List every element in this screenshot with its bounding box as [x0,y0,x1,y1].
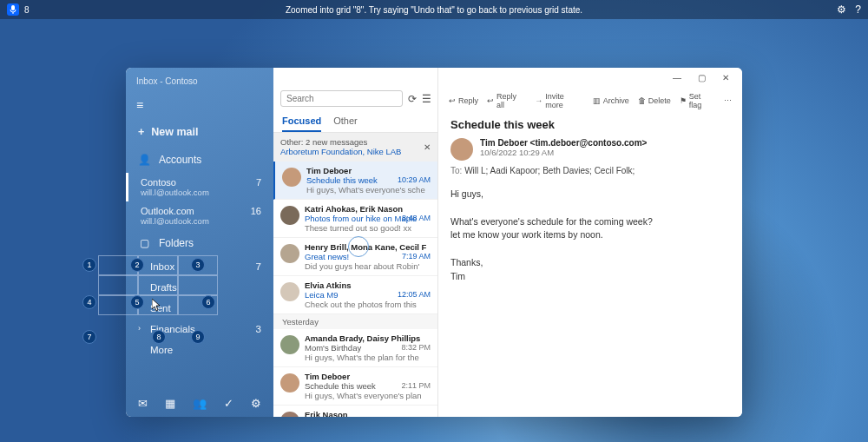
inbox-tabs: Focused Other [273,112,437,133]
voice-access-bar: 8 Zoomed into grid "8". Try saying "Undo… [0,0,868,19]
avatar [280,206,299,225]
mail-window: Inbox - Contoso ≡ + New mail 👤 Accounts … [126,68,742,417]
dismiss-icon[interactable]: ✕ [424,142,431,152]
archive-button[interactable]: ▥Archive [593,92,629,109]
account-contoso[interactable]: Contoso7 will.l@outlook.com [126,173,273,201]
accounts-header[interactable]: 👤 Accounts [126,147,273,173]
recipients: To: Will L; Aadi Kapoor; Beth Davies; Ce… [438,166,742,182]
grid-number: 9 [191,330,205,344]
new-mail-label: New mail [151,126,198,138]
forward-icon: → [535,96,542,105]
account-outlook[interactable]: Outlook.com16 will.l@outlook.com [126,201,273,230]
svg-rect-0 [11,5,15,10]
avatar [280,244,299,263]
other-banner[interactable]: Other: 2 new messages Arboretum Foundati… [273,133,437,162]
reply-icon: ↩ [449,96,456,105]
settings-icon[interactable]: ⚙ [837,3,846,16]
avatar [280,412,299,417]
window-titlebar: — ▢ ✕ [126,68,742,87]
folder-sent[interactable]: Sent [126,298,273,319]
message-item[interactable]: Tim DeboerSchedule this weekHi guys, Wha… [273,162,437,200]
invite-button[interactable]: →Invite more [535,92,583,109]
message-item[interactable]: Tim DeboerSchedule this weekHi guys, Wha… [273,367,437,406]
settings-gear-icon[interactable]: ⚙ [251,397,261,410]
reply-all-button[interactable]: ↩Reply all [487,92,526,109]
mic-icon[interactable] [7,3,19,16]
reading-pane: ↩Reply ↩Reply all →Invite more ▥Archive … [438,68,742,417]
more-actions[interactable]: ⋯ [724,92,732,109]
grid-number: 5 [130,295,144,309]
refresh-icon[interactable]: ⟳ [408,93,417,105]
grid-number: 3 [191,258,205,272]
minimize-button[interactable]: — [667,73,687,82]
tab-other[interactable]: Other [333,115,358,132]
new-mail-button[interactable]: + New mail [126,117,273,147]
grid-number: 8 [152,330,166,344]
message-item[interactable]: Katri Ahokas, Erik NasonPhotos from our … [273,200,437,238]
hamburger-icon[interactable]: ≡ [126,93,273,117]
flag-icon: ⚑ [680,96,687,105]
trash-icon: 🗑 [638,96,646,105]
plus-icon: + [138,126,144,138]
avatar [282,168,301,187]
grid-number: 4 [82,295,96,309]
folder-icon: ▢ [138,237,150,249]
archive-icon: ▥ [593,96,601,105]
calendar-icon[interactable]: ▦ [165,397,175,410]
reading-subject: Schedule this week [438,115,742,138]
message-item[interactable]: Erik Nason [273,406,437,417]
voice-hint: Zoomed into grid "8". Try saying "Undo t… [286,5,582,15]
grid-number: 7 [82,330,96,344]
folder-drafts[interactable]: Drafts [126,277,273,298]
todo-icon[interactable]: ✓ [224,397,233,410]
avatar [280,282,299,301]
message-item[interactable]: Amanda Brady, Daisy PhillipsMom's Birthd… [273,329,437,367]
reply-button[interactable]: ↩Reply [449,92,478,109]
help-icon[interactable]: ? [855,3,861,16]
chevron-right-icon: › [138,324,141,333]
mail-icon[interactable]: ✉ [138,397,148,410]
reply-all-icon: ↩ [487,96,494,105]
click-indicator [348,236,369,257]
folders-header[interactable]: ▢ Folders [126,230,273,256]
close-button[interactable]: ✕ [716,73,735,82]
voice-badge: 8 [24,5,30,15]
sender-name: Tim Deboer <tim.deboer@contoso.com> [480,138,647,148]
message-date: 10/6/2022 10:29 AM [480,148,647,157]
grid-number: 1 [82,258,96,272]
sender-avatar [450,138,473,161]
grid-number: 6 [201,295,215,309]
tab-focused[interactable]: Focused [282,115,321,132]
message-item[interactable]: Elvia AtkinsLeica M9Check out the photos… [273,276,437,314]
maximize-button[interactable]: ▢ [692,73,711,82]
sidebar: Inbox - Contoso ≡ + New mail 👤 Accounts … [126,68,273,417]
day-separator: Yesterday [273,314,437,329]
delete-button[interactable]: 🗑Delete [638,92,671,109]
flag-button[interactable]: ⚑Set flag [680,92,715,109]
person-icon: 👤 [138,154,150,166]
sidebar-bottom-nav: ✉ ▦ 👥 ✓ ⚙ [126,390,273,417]
search-input[interactable] [280,90,403,107]
message-body: Hi guys, What's everyone's schedule for … [438,182,742,288]
avatar [280,335,299,354]
people-icon[interactable]: 👥 [193,397,207,410]
grid-number: 2 [130,258,144,272]
avatar [280,373,299,393]
select-mode-icon[interactable]: ☰ [422,93,431,105]
